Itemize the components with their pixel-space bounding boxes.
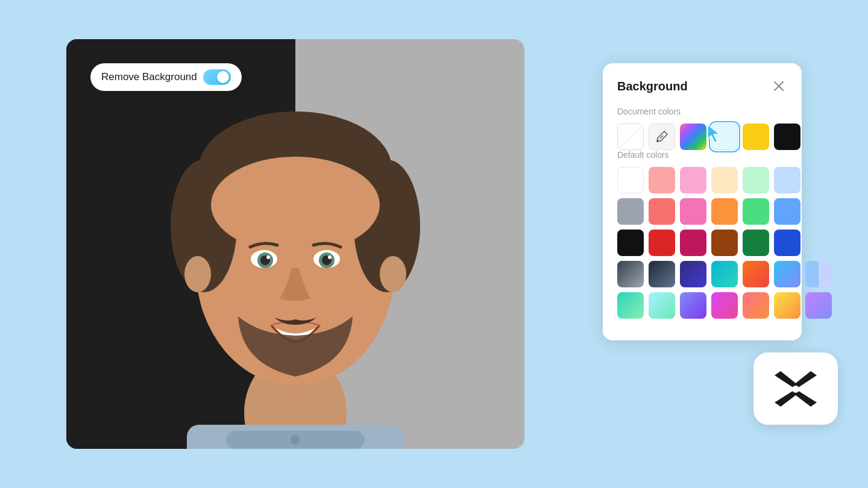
swatch-dark-red[interactable] bbox=[649, 230, 675, 256]
panel-header: Background bbox=[617, 78, 787, 95]
default-colors-row4 bbox=[617, 261, 787, 287]
capcut-badge bbox=[753, 352, 838, 425]
swatch-grad-sky-blue[interactable] bbox=[774, 261, 800, 287]
svg-point-12 bbox=[266, 255, 270, 259]
swatch-red[interactable] bbox=[649, 198, 675, 225]
swatch-grad-charcoal[interactable] bbox=[617, 261, 644, 287]
photo-area bbox=[66, 39, 524, 449]
swatch-dark-blue[interactable] bbox=[774, 230, 800, 256]
remove-bg-toggle[interactable] bbox=[203, 69, 231, 85]
remove-bg-pill: Remove Background bbox=[90, 63, 242, 91]
document-colors-row bbox=[617, 124, 787, 150]
swatch-half-blue[interactable] bbox=[805, 261, 832, 287]
swatch-grad-slate[interactable] bbox=[649, 261, 675, 287]
person-photo bbox=[66, 39, 524, 449]
swatch-grad-yellow-orange[interactable] bbox=[774, 292, 800, 319]
swatch-grad-coral[interactable] bbox=[743, 292, 769, 319]
color-swatch-eyedropper[interactable] bbox=[649, 124, 675, 150]
swatch-green[interactable] bbox=[743, 198, 769, 225]
svg-point-24 bbox=[656, 140, 659, 142]
default-colors-row5 bbox=[617, 292, 787, 319]
color-swatch-cyan[interactable] bbox=[711, 124, 738, 150]
remove-bg-label: Remove Background bbox=[101, 71, 197, 83]
color-swatch-rainbow[interactable] bbox=[680, 124, 706, 150]
color-swatch-yellow[interactable] bbox=[743, 124, 769, 150]
panel-title: Background bbox=[617, 80, 688, 93]
swatch-pink[interactable] bbox=[680, 167, 706, 193]
default-colors-label: Default colors bbox=[617, 150, 787, 160]
default-colors-row3 bbox=[617, 230, 787, 256]
capcut-logo bbox=[769, 366, 823, 411]
color-swatch-transparent[interactable] bbox=[617, 124, 644, 150]
default-colors-row1 bbox=[617, 167, 787, 193]
swatch-orange[interactable] bbox=[711, 198, 738, 225]
main-container: Remove Background Background Document co… bbox=[66, 39, 802, 449]
swatch-grad-purple[interactable] bbox=[680, 292, 706, 319]
color-swatch-black-doc[interactable] bbox=[774, 124, 800, 150]
swatch-pink-light[interactable] bbox=[649, 167, 675, 193]
svg-line-23 bbox=[660, 136, 663, 139]
svg-point-8 bbox=[211, 157, 380, 253]
swatch-grad-aqua[interactable] bbox=[649, 292, 675, 319]
swatch-grad-cyan[interactable] bbox=[711, 261, 738, 287]
eyedropper-icon bbox=[655, 130, 668, 143]
swatch-grad-orange-red[interactable] bbox=[743, 261, 769, 287]
swatch-grad-indigo[interactable] bbox=[680, 261, 706, 287]
default-colors-row2 bbox=[617, 198, 787, 225]
swatch-peach[interactable] bbox=[711, 167, 738, 193]
default-colors-section: Default colors bbox=[617, 150, 787, 319]
swatch-blue-light[interactable] bbox=[774, 167, 800, 193]
close-icon bbox=[773, 81, 784, 92]
swatch-white[interactable] bbox=[617, 167, 644, 193]
swatch-grad-lavender[interactable] bbox=[805, 292, 832, 319]
swatch-grad-fuchsia[interactable] bbox=[711, 292, 738, 319]
svg-point-26 bbox=[792, 386, 799, 393]
swatch-brown[interactable] bbox=[711, 230, 738, 256]
swatch-gray[interactable] bbox=[617, 198, 644, 225]
document-colors-label: Document colors bbox=[617, 107, 787, 116]
swatch-rose[interactable] bbox=[680, 198, 706, 225]
swatch-grad-teal[interactable] bbox=[617, 292, 644, 319]
swatch-green-light[interactable] bbox=[743, 167, 769, 193]
background-panel: Background Document colors bbox=[603, 63, 802, 340]
toggle-knob bbox=[217, 71, 229, 83]
close-button[interactable] bbox=[770, 78, 787, 95]
svg-point-17 bbox=[184, 256, 211, 292]
swatch-black[interactable] bbox=[617, 230, 644, 256]
swatch-dark-rose[interactable] bbox=[680, 230, 706, 256]
svg-point-20 bbox=[291, 435, 300, 445]
swatch-dark-green[interactable] bbox=[743, 230, 769, 256]
svg-point-18 bbox=[380, 256, 406, 292]
svg-point-16 bbox=[328, 255, 332, 259]
swatch-blue[interactable] bbox=[774, 198, 800, 225]
